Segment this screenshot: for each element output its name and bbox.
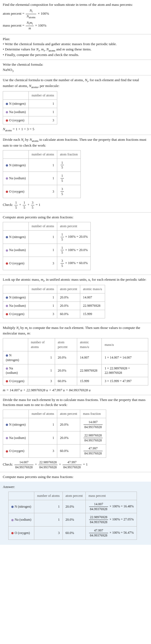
nitrogen-dot-icon [6, 424, 8, 426]
table-row: O (oxygen)335 × 100% = 60.0% [3, 257, 91, 270]
table-row: O (oxygen)360.0%15.9993 × 15.999 = 47.99… [3, 377, 148, 385]
atom-count-table: number of atoms N (nitrogen)1 Na (sodium… [3, 91, 57, 124]
sodium-dot-icon [6, 249, 8, 252]
table-row: Na (sodium)120.0%22.989769281 × 22.98976… [3, 364, 148, 377]
table-row: O (oxygen)360.0%47.99784.99376928 [3, 444, 106, 458]
oxygen-dot-icon [6, 119, 8, 122]
step1-heading: Write the chemical formula: [3, 62, 148, 67]
table-row: N (nitrogen)120.0%14.00784.99376928 [3, 418, 106, 431]
step2-text: Use the chemical formula to count the nu… [3, 78, 148, 89]
sodium-dot-icon [6, 367, 8, 370]
table-row: N (nitrogen)120.0%14.007 [3, 293, 105, 302]
step7-section: Divide the mass for each element by m to… [0, 395, 151, 472]
mass-percent-table: number of atomsatom percentmass percent … [8, 492, 137, 540]
table-row: O (oxygen)360.0%15.999 [3, 310, 105, 318]
table-row: N (nitrogen)1 [3, 100, 57, 108]
answer-label: Answer: [3, 484, 148, 489]
oxygen-dot-icon [6, 313, 8, 315]
nitrogen-dot-icon [6, 297, 8, 299]
plan-bullet-2: • Determine values for Ni, mi, Natoms an… [3, 47, 148, 53]
atom-percent-formula: atom percent = NiNatoms × 100% [3, 8, 148, 19]
step6-text: Multiply Ni by mi to compute the mass fo… [3, 325, 148, 336]
table-row: N (nitrogen)120.0%14.0071 × 14.007 = 14.… [3, 351, 148, 364]
plan-bullet-3: • Finally, compute the percents and chec… [3, 52, 148, 57]
step2-section: Use the chemical formula to count the nu… [0, 75, 151, 135]
step8-section: Compute mass percents using the mass fra… [0, 472, 151, 482]
step1-section: Write the chemical formula: NaNO3 [0, 60, 151, 75]
table-row: Na (sodium)120.0%22.9897692884.99376928 … [9, 513, 137, 527]
nitrogen-dot-icon [6, 354, 8, 357]
step7-check: Check: 14.00784.99376928 + 22.9897692884… [3, 460, 148, 470]
n-atoms-total: Natoms = 1 + 1 + 3 = 5 [3, 127, 148, 132]
mass-fraction-table: number of atomsatom percentmass fraction… [3, 410, 106, 458]
table-row: O (oxygen)335 [3, 185, 81, 198]
table-row: N (nitrogen)115 [3, 159, 81, 172]
table-row: O (oxygen)360.0%47.99784.99376928 × 100%… [9, 527, 137, 540]
nitrogen-dot-icon [6, 103, 8, 105]
step3-check: Check: 15 + 15 + 35 = 1 [3, 200, 148, 210]
table-row: Na (sodium)115 [3, 172, 81, 185]
plan-heading: Plan: [3, 37, 148, 42]
step4-heading: Compute atom percents using the atom fra… [3, 215, 148, 220]
table-row: Na (sodium)1 [3, 108, 57, 116]
nitrogen-dot-icon [11, 506, 14, 508]
oxygen-dot-icon [6, 191, 8, 193]
table-row: N (nitrogen)115 × 100% = 20.0% [3, 231, 91, 244]
molecular-mass-total: m = 14.007 u + 22.98976928 u + 47.997 u … [3, 388, 148, 393]
sodium-dot-icon [11, 519, 14, 521]
nitrogen-dot-icon [6, 164, 8, 167]
step8-heading: Compute mass percents using the mass fra… [3, 474, 148, 479]
table-row: N (nitrogen)120.0%14.00784.99376928 × 10… [9, 500, 137, 513]
sodium-dot-icon [6, 437, 8, 439]
sodium-dot-icon [6, 111, 8, 113]
nitrogen-dot-icon [6, 236, 8, 238]
sodium-dot-icon [6, 305, 8, 307]
step4-section: Compute atom percents using the atom fra… [0, 213, 151, 275]
answer-box: Answer: number of atomsatom percentmass … [0, 482, 151, 545]
step6-section: Multiply Ni by mi to compute the mass fo… [0, 323, 151, 395]
plan-section: Plan: • Write the chemical formula and g… [0, 34, 151, 60]
atom-percent-table: number of atomsatom percent N (nitrogen)… [3, 222, 91, 270]
atom-fraction-table: number of atomsatom fraction N (nitrogen… [3, 150, 81, 198]
plan-bullet-1: • Write the chemical formula and gather … [3, 42, 148, 47]
oxygen-dot-icon [6, 380, 8, 382]
step5-text: Look up the atomic mass, mi, in unified … [3, 277, 148, 283]
step3-section: Divide each Ni by Natoms to calculate at… [0, 135, 151, 213]
oxygen-dot-icon [6, 450, 8, 453]
step3-text: Divide each Ni by Natoms to calculate at… [3, 137, 148, 148]
step7-text: Divide the mass for each element by m to… [3, 397, 148, 407]
table-row: Na (sodium)120.0%22.98976928 [3, 301, 105, 310]
mass-table: number of atomsatom percentatomic mass/u… [3, 338, 148, 385]
sodium-dot-icon [6, 177, 8, 180]
intro-section: Find the elemental composition for sodiu… [0, 0, 151, 34]
step5-section: Look up the atomic mass, mi, in unified … [0, 275, 151, 323]
atomic-mass-table: number of atomsatom percentatomic mass/u… [3, 285, 105, 318]
table-row: O (oxygen)3 [3, 116, 57, 124]
oxygen-dot-icon [11, 532, 14, 534]
chemical-formula: NaNO3 [3, 67, 148, 73]
intro-text: Find the elemental composition for sodiu… [3, 2, 148, 7]
table-row: Na (sodium)120.0%22.9897692884.99376928 [3, 431, 106, 444]
oxygen-dot-icon [6, 262, 8, 265]
table-row: Na (sodium)115 × 100% = 20.0% [3, 244, 91, 257]
mass-percent-formula: mass percent = Nimim × 100% [3, 21, 148, 31]
